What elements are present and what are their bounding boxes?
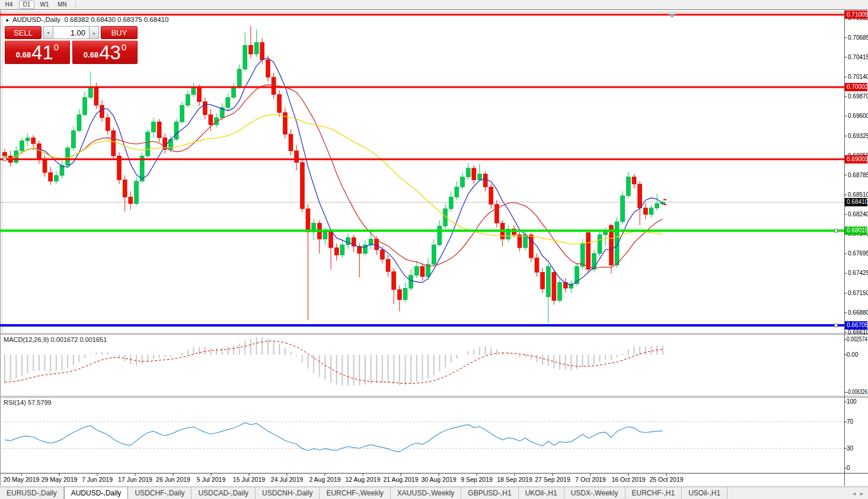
candle-body bbox=[586, 232, 591, 269]
rsi-tick-label: 100 bbox=[847, 398, 857, 405]
candle-body bbox=[621, 196, 625, 222]
date-label: 21 Aug 2019 bbox=[384, 476, 419, 483]
tab-eurchf-h1[interactable]: EURCHF-,H1 bbox=[626, 487, 682, 499]
timeframe-w1[interactable]: W1 bbox=[37, 1, 52, 9]
buy-button[interactable]: BUY bbox=[101, 26, 138, 39]
candle-body bbox=[94, 87, 98, 105]
hline-handle[interactable] bbox=[835, 324, 838, 327]
sell-price-display[interactable]: 0.68 41 0 bbox=[5, 40, 70, 64]
candle-body bbox=[494, 204, 499, 223]
tab-usdchf-daily[interactable]: USDCHF-,Daily bbox=[128, 487, 192, 499]
candle-body bbox=[414, 267, 419, 276]
price-tick-label: 0.68240 bbox=[848, 211, 868, 217]
candle-body bbox=[340, 245, 344, 255]
date-label: 17 Jun 2019 bbox=[118, 476, 152, 483]
svg-text:0.70002: 0.70002 bbox=[847, 84, 868, 90]
candle-body bbox=[432, 245, 436, 264]
tab-usdcad-daily[interactable]: USDCAD-,Daily bbox=[192, 487, 256, 499]
date-label: 25 Oct 2019 bbox=[649, 476, 683, 483]
svg-text:0.68410: 0.68410 bbox=[847, 199, 868, 205]
tab-usdx-weekly[interactable]: USDX-,Weekly bbox=[564, 487, 626, 499]
candle-body bbox=[111, 130, 116, 156]
buy-price-prefix: 0.68 bbox=[84, 50, 98, 59]
tab-usdcnh-daily[interactable]: USDCNH-,Daily bbox=[256, 487, 320, 499]
candle-body bbox=[438, 226, 442, 245]
macd-indicator-label: MACD(12,26,9) 0.001672 0.001651 bbox=[4, 336, 107, 343]
candle-body bbox=[649, 208, 653, 215]
tab-eurusd-daily[interactable]: EURUSD-,Daily bbox=[0, 487, 64, 499]
candle-body bbox=[248, 46, 253, 55]
candle-body bbox=[546, 267, 550, 297]
candle-body bbox=[43, 159, 47, 172]
candle-body bbox=[580, 244, 585, 267]
one-click-trade-panel: SELL ▼ ▲ BUY 0.68 41 0 0.68 43 0 bbox=[5, 26, 138, 64]
candle-body bbox=[100, 105, 104, 118]
date-label: 7 Jun 2019 bbox=[82, 476, 113, 483]
volume-decrease-button[interactable]: ▼ bbox=[43, 26, 53, 39]
hline-handle[interactable] bbox=[835, 229, 838, 232]
sell-button[interactable]: SELL bbox=[5, 26, 42, 39]
price-badge-0.68410: 0.68410 bbox=[845, 198, 868, 206]
candle-body bbox=[541, 272, 545, 289]
volume-input[interactable] bbox=[53, 26, 89, 39]
timeframe-mn[interactable]: MN bbox=[55, 1, 70, 9]
candle-body bbox=[455, 187, 459, 197]
tab-audusd-daily[interactable]: AUDUSD-,Daily bbox=[64, 487, 129, 499]
timeframe-d1[interactable]: D1 bbox=[19, 1, 34, 9]
sell-price-pip: 0 bbox=[54, 42, 59, 52]
rsi-plot-area[interactable] bbox=[0, 398, 844, 472]
candle-body bbox=[151, 122, 155, 132]
date-label: 12 Aug 2019 bbox=[346, 476, 381, 483]
candle-body bbox=[638, 184, 642, 208]
sell-price-digits: 41 bbox=[31, 44, 53, 62]
candle-body bbox=[403, 288, 407, 300]
price-badge-0.68015: 0.68015 bbox=[845, 226, 868, 235]
price-badge-0.70002: 0.70002 bbox=[845, 83, 868, 91]
date-label: 27 Sep 2019 bbox=[535, 476, 570, 483]
svg-text:0.66705: 0.66705 bbox=[847, 322, 868, 328]
price-tick-label: 0.69600 bbox=[848, 113, 868, 119]
price-tick-label: 0.70685 bbox=[848, 34, 868, 41]
tab-scroll-nav: ◂▸ bbox=[848, 487, 868, 499]
tab-gbpusd-h1[interactable]: GBPUSD-,H1 bbox=[461, 487, 518, 499]
candle-body bbox=[306, 209, 310, 232]
rsi-indicator-label: RSI(14) 57.5799 bbox=[4, 399, 52, 406]
date-label: 26 Jun 2019 bbox=[156, 476, 190, 483]
tab-usoil-h1[interactable]: USOil-,H1 bbox=[682, 487, 727, 499]
volume-increase-button[interactable]: ▲ bbox=[89, 26, 99, 39]
toolbar-separator bbox=[75, 1, 76, 8]
price-tick-label: 0.70415 bbox=[848, 54, 868, 60]
candle-body bbox=[203, 102, 207, 115]
candle-body bbox=[461, 177, 465, 187]
price-badge-0.69003: 0.69003 bbox=[845, 155, 868, 164]
candle-body bbox=[237, 69, 241, 87]
symbol-tabs-bar: EURUSD-,DailyAUDUSD-,DailyUSDCHF-,DailyU… bbox=[0, 487, 868, 499]
buy-price-display[interactable]: 0.68 43 0 bbox=[72, 40, 138, 64]
tab-xauusd-weekly[interactable]: XAUUSD-,Weekly bbox=[391, 487, 461, 499]
tab-ukoil-h1[interactable]: UKOil-,H1 bbox=[519, 487, 564, 499]
tabs-scroll-right-icon[interactable]: ▸ bbox=[860, 490, 863, 497]
price-tick-label: 0.67150 bbox=[848, 290, 868, 296]
hline-handle[interactable] bbox=[4, 158, 7, 161]
candle-body bbox=[392, 271, 396, 289]
date-label: 9 Sep 2019 bbox=[461, 476, 493, 483]
date-label: 2 Aug 2019 bbox=[309, 476, 340, 483]
candle-body bbox=[466, 168, 470, 177]
candle-body bbox=[83, 97, 87, 114]
candle-body bbox=[529, 235, 533, 258]
candle-body bbox=[146, 132, 150, 156]
date-label: 18 Sep 2019 bbox=[497, 476, 532, 483]
candle-body bbox=[655, 204, 659, 208]
timeframe-toolbar: H4D1W1MN bbox=[0, 0, 868, 9]
collapse-panel-icon[interactable]: ▲ bbox=[5, 17, 9, 23]
timeframe-h4[interactable]: H4 bbox=[1, 1, 17, 9]
candle-body bbox=[477, 174, 481, 180]
tab-eurchf-weekly[interactable]: EURCHF-,Weekly bbox=[320, 487, 390, 499]
candle-body bbox=[66, 148, 70, 165]
candle-body bbox=[174, 122, 178, 139]
chart-canvas[interactable]: 0.709550.706850.704150.701400.698700.696… bbox=[0, 9, 868, 487]
rsi-tick-label: 70 bbox=[847, 418, 854, 425]
candle-body bbox=[397, 290, 401, 300]
candle-body bbox=[489, 187, 493, 204]
tabs-scroll-left-icon[interactable]: ◂ bbox=[853, 490, 856, 497]
